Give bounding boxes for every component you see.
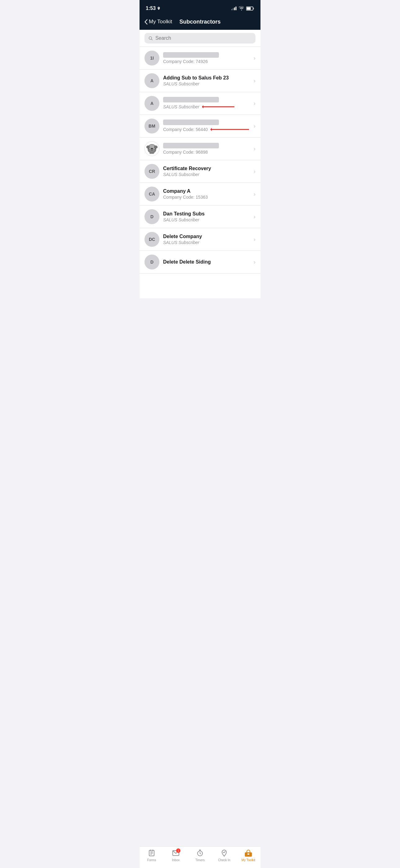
- signal-icon: [231, 6, 237, 10]
- chevron-right-icon: ›: [254, 214, 256, 220]
- redacted-name: [163, 52, 219, 58]
- svg-point-24: [153, 149, 155, 151]
- item-subtitle: SALUS Subscriber: [163, 217, 251, 222]
- avatar: DC: [144, 232, 159, 247]
- chevron-right-icon: ›: [254, 78, 256, 84]
- chevron-right-icon: ›: [254, 123, 256, 129]
- svg-point-19: [153, 147, 154, 148]
- status-icons: [231, 6, 254, 10]
- svg-point-14: [146, 146, 150, 148]
- item-name: Company A: [163, 188, 251, 194]
- item-subtitle: SALUS Subscriber: [163, 104, 251, 110]
- item-name: Delete Delete Siding: [163, 259, 251, 265]
- status-time: 1:53: [146, 6, 161, 11]
- status-bar: 1:53: [139, 0, 261, 16]
- item-content: Delete Company SALUS Subscriber: [163, 234, 251, 245]
- avatar: 1I: [144, 51, 159, 65]
- avatar: D: [144, 254, 159, 270]
- item-content: Company Code: 96898: [163, 143, 251, 155]
- item-subtitle: SALUS Subscriber: [163, 172, 251, 177]
- redacted-name: [163, 120, 219, 125]
- avatar: BM: [144, 119, 159, 133]
- list-item[interactable]: BULLDO· Company Code: 96898 ›: [139, 137, 261, 160]
- svg-point-18: [150, 147, 151, 148]
- redacted-name: [163, 97, 219, 102]
- item-content: Delete Delete Siding: [163, 259, 251, 265]
- chevron-right-icon: ›: [254, 146, 256, 152]
- item-name: Dan Testing Subs: [163, 211, 251, 217]
- item-subtitle: Company Code: 15363: [163, 195, 251, 199]
- item-name: Adding Sub to Salus Feb 23: [163, 75, 251, 81]
- list-container: 1I Company Code: 74926 › A Adding Sub to…: [139, 47, 261, 298]
- item-content: Company A Company Code: 15363: [163, 188, 251, 199]
- chevron-right-icon: ›: [254, 236, 256, 243]
- item-subtitle: Company Code: 96898: [163, 150, 251, 155]
- red-arrow-annotation: [202, 104, 236, 110]
- svg-rect-0: [231, 9, 232, 10]
- avatar-bulldog: BULLDO·: [144, 141, 159, 156]
- item-content: SALUS Subscriber: [163, 97, 251, 110]
- svg-rect-1: [233, 8, 234, 10]
- search-bar: [144, 33, 256, 43]
- item-content: Adding Sub to Salus Feb 23 SALUS Subscri…: [163, 75, 251, 86]
- svg-text:BULLDO·: BULLDO·: [149, 153, 155, 154]
- svg-rect-5: [253, 8, 254, 9]
- wifi-icon: [239, 6, 244, 10]
- list-item[interactable]: A Adding Sub to Salus Feb 23 SALUS Subsc…: [139, 69, 261, 92]
- item-name: Delete Company: [163, 234, 251, 239]
- back-label: My Toolkit: [149, 19, 172, 25]
- svg-point-15: [154, 146, 158, 148]
- battery-icon: [246, 6, 254, 10]
- svg-point-21: [151, 148, 152, 149]
- item-content: Certificate Recovery SALUS Subscriber: [163, 166, 251, 177]
- search-input[interactable]: [155, 35, 252, 41]
- item-content: Company Code: 56440: [163, 120, 251, 132]
- svg-rect-6: [247, 7, 251, 10]
- list-item[interactable]: D Dan Testing Subs SALUS Subscriber ›: [139, 206, 261, 228]
- chevron-right-icon: ›: [254, 55, 256, 61]
- item-name: Certificate Recovery: [163, 166, 251, 172]
- list-item[interactable]: CA Company A Company Code: 15363 ›: [139, 183, 261, 206]
- avatar: CA: [144, 187, 159, 202]
- chevron-right-icon: ›: [254, 100, 256, 107]
- list-item[interactable]: A SALUS Subscriber ›: [139, 92, 261, 115]
- item-subtitle: Company Code: 56440: [163, 126, 251, 132]
- list-item[interactable]: DC Delete Company SALUS Subscriber ›: [139, 228, 261, 251]
- page-title: Subcontractors: [179, 19, 221, 25]
- list-item[interactable]: CR Certificate Recovery SALUS Subscriber…: [139, 160, 261, 183]
- svg-point-22: [152, 148, 153, 149]
- nav-bar: My Toolkit Subcontractors: [139, 16, 261, 30]
- back-button[interactable]: My Toolkit: [144, 19, 172, 25]
- svg-marker-11: [210, 128, 212, 131]
- chevron-left-icon: [144, 19, 147, 25]
- item-subtitle: Company Code: 74926: [163, 59, 251, 64]
- item-subtitle: SALUS Subscriber: [163, 240, 251, 245]
- svg-rect-2: [234, 7, 235, 10]
- item-content: Company Code: 74926: [163, 52, 251, 64]
- location-icon: [157, 6, 161, 10]
- chevron-right-icon: ›: [254, 259, 256, 266]
- red-arrow-annotation: [210, 126, 251, 132]
- svg-point-23: [149, 149, 151, 151]
- avatar: D: [144, 209, 159, 224]
- item-subtitle: SALUS Subscriber: [163, 81, 251, 86]
- avatar: A: [144, 73, 159, 88]
- search-icon: [148, 36, 153, 41]
- list-item[interactable]: D Delete Delete Siding ›: [139, 251, 261, 274]
- list-item[interactable]: 1I Company Code: 74926 ›: [139, 47, 261, 69]
- avatar: A: [144, 96, 159, 111]
- bulldog-logo: BULLDO·: [145, 142, 159, 156]
- svg-marker-9: [202, 105, 203, 108]
- redacted-name: [163, 143, 219, 148]
- search-container: [139, 30, 261, 47]
- svg-rect-3: [236, 6, 237, 10]
- item-content: Dan Testing Subs SALUS Subscriber: [163, 211, 251, 222]
- chevron-right-icon: ›: [254, 168, 256, 175]
- avatar: CR: [144, 164, 159, 179]
- chevron-right-icon: ›: [254, 191, 256, 197]
- list-item[interactable]: BM Company Code: 56440 ›: [139, 115, 261, 137]
